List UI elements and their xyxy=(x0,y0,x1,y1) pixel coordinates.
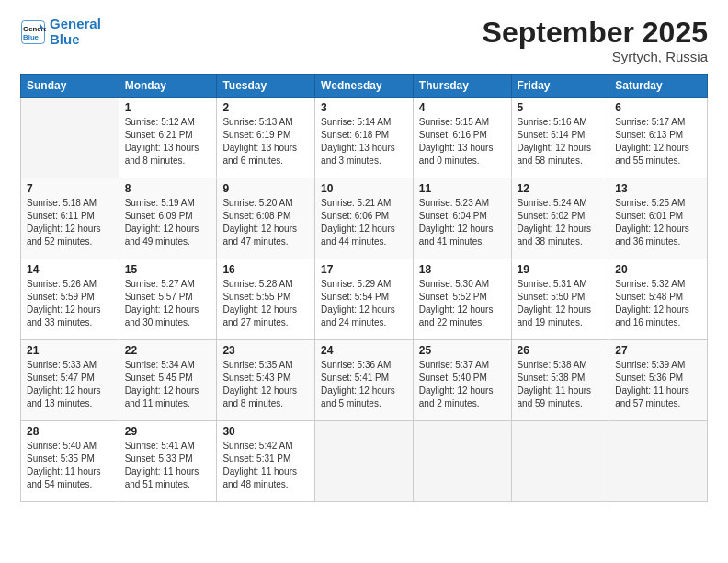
day-number: 15 xyxy=(125,263,211,276)
calendar-cell xyxy=(511,421,609,502)
calendar-cell: 26Sunrise: 5:38 AM Sunset: 5:38 PM Dayli… xyxy=(511,340,609,421)
day-number: 4 xyxy=(419,101,506,114)
calendar-cell: 5Sunrise: 5:16 AM Sunset: 6:14 PM Daylig… xyxy=(511,98,609,178)
calendar-cell: 19Sunrise: 5:31 AM Sunset: 5:50 PM Dayli… xyxy=(511,259,609,340)
day-info: Sunrise: 5:29 AM Sunset: 5:54 PM Dayligh… xyxy=(321,278,407,329)
week-row-1: 7Sunrise: 5:18 AM Sunset: 6:11 PM Daylig… xyxy=(21,178,708,259)
logo-icon: General Blue xyxy=(20,19,46,45)
logo-line1: General xyxy=(50,16,101,31)
day-number: 12 xyxy=(518,182,604,195)
day-info: Sunrise: 5:31 AM Sunset: 5:50 PM Dayligh… xyxy=(518,278,604,329)
day-number: 24 xyxy=(321,344,407,357)
calendar-cell: 27Sunrise: 5:39 AM Sunset: 5:36 PM Dayli… xyxy=(609,340,708,421)
day-info: Sunrise: 5:26 AM Sunset: 5:59 PM Dayligh… xyxy=(27,278,113,329)
day-number: 26 xyxy=(518,344,604,357)
day-info: Sunrise: 5:42 AM Sunset: 5:31 PM Dayligh… xyxy=(222,440,309,491)
day-number: 25 xyxy=(419,344,506,357)
day-info: Sunrise: 5:33 AM Sunset: 5:47 PM Dayligh… xyxy=(27,359,113,410)
svg-text:Blue: Blue xyxy=(23,32,40,40)
day-info: Sunrise: 5:28 AM Sunset: 5:55 PM Dayligh… xyxy=(222,278,309,329)
day-number: 21 xyxy=(27,344,113,357)
calendar-cell: 20Sunrise: 5:32 AM Sunset: 5:48 PM Dayli… xyxy=(609,259,708,340)
day-number: 2 xyxy=(222,101,309,114)
calendar-cell: 16Sunrise: 5:28 AM Sunset: 5:55 PM Dayli… xyxy=(217,259,315,340)
calendar-cell: 22Sunrise: 5:34 AM Sunset: 5:45 PM Dayli… xyxy=(119,340,217,421)
month-title: September 2025 xyxy=(483,17,708,49)
day-info: Sunrise: 5:23 AM Sunset: 6:04 PM Dayligh… xyxy=(419,197,506,248)
day-number: 5 xyxy=(518,101,604,114)
calendar-cell: 13Sunrise: 5:25 AM Sunset: 6:01 PM Dayli… xyxy=(609,178,708,259)
day-info: Sunrise: 5:14 AM Sunset: 6:18 PM Dayligh… xyxy=(321,116,407,167)
day-number: 18 xyxy=(419,263,506,276)
day-number: 10 xyxy=(321,182,407,195)
location: Syrtych, Russia xyxy=(483,49,708,64)
day-info: Sunrise: 5:30 AM Sunset: 5:52 PM Dayligh… xyxy=(419,278,506,329)
day-number: 27 xyxy=(615,344,701,357)
col-header-saturday: Saturday xyxy=(609,75,708,98)
day-info: Sunrise: 5:12 AM Sunset: 6:21 PM Dayligh… xyxy=(125,116,211,167)
day-number: 9 xyxy=(222,182,309,195)
day-info: Sunrise: 5:32 AM Sunset: 5:48 PM Dayligh… xyxy=(615,278,701,329)
calendar-cell: 12Sunrise: 5:24 AM Sunset: 6:02 PM Dayli… xyxy=(511,178,609,259)
day-info: Sunrise: 5:36 AM Sunset: 5:41 PM Dayligh… xyxy=(321,359,407,410)
day-number: 14 xyxy=(27,263,113,276)
day-info: Sunrise: 5:37 AM Sunset: 5:40 PM Dayligh… xyxy=(419,359,506,410)
day-number: 11 xyxy=(419,182,506,195)
day-info: Sunrise: 5:19 AM Sunset: 6:09 PM Dayligh… xyxy=(125,197,211,248)
day-number: 13 xyxy=(615,182,701,195)
day-info: Sunrise: 5:17 AM Sunset: 6:13 PM Dayligh… xyxy=(615,116,701,167)
day-info: Sunrise: 5:18 AM Sunset: 6:11 PM Dayligh… xyxy=(27,197,113,248)
col-header-tuesday: Tuesday xyxy=(217,75,315,98)
day-info: Sunrise: 5:27 AM Sunset: 5:57 PM Dayligh… xyxy=(125,278,211,329)
day-number: 23 xyxy=(222,344,309,357)
calendar-cell: 4Sunrise: 5:15 AM Sunset: 6:16 PM Daylig… xyxy=(413,98,511,178)
col-header-friday: Friday xyxy=(511,75,609,98)
day-info: Sunrise: 5:25 AM Sunset: 6:01 PM Dayligh… xyxy=(615,197,701,248)
day-number: 20 xyxy=(615,263,701,276)
col-header-sunday: Sunday xyxy=(21,75,119,98)
calendar-cell xyxy=(21,98,119,178)
calendar-cell: 1Sunrise: 5:12 AM Sunset: 6:21 PM Daylig… xyxy=(119,98,217,178)
day-info: Sunrise: 5:34 AM Sunset: 5:45 PM Dayligh… xyxy=(125,359,211,410)
calendar-cell: 28Sunrise: 5:40 AM Sunset: 5:35 PM Dayli… xyxy=(21,421,119,502)
day-info: Sunrise: 5:16 AM Sunset: 6:14 PM Dayligh… xyxy=(518,116,604,167)
day-info: Sunrise: 5:38 AM Sunset: 5:38 PM Dayligh… xyxy=(518,359,604,410)
day-number: 28 xyxy=(27,425,113,438)
calendar-cell: 23Sunrise: 5:35 AM Sunset: 5:43 PM Dayli… xyxy=(217,340,315,421)
week-row-3: 21Sunrise: 5:33 AM Sunset: 5:47 PM Dayli… xyxy=(21,340,708,421)
logo-text: General Blue xyxy=(50,17,101,47)
day-info: Sunrise: 5:13 AM Sunset: 6:19 PM Dayligh… xyxy=(222,116,309,167)
day-number: 6 xyxy=(615,101,701,114)
calendar-cell: 11Sunrise: 5:23 AM Sunset: 6:04 PM Dayli… xyxy=(413,178,511,259)
col-header-thursday: Thursday xyxy=(413,75,511,98)
day-number: 1 xyxy=(125,101,211,114)
day-info: Sunrise: 5:41 AM Sunset: 5:33 PM Dayligh… xyxy=(125,440,211,491)
calendar-cell: 8Sunrise: 5:19 AM Sunset: 6:09 PM Daylig… xyxy=(119,178,217,259)
day-number: 29 xyxy=(125,425,211,438)
calendar-table: SundayMondayTuesdayWednesdayThursdayFrid… xyxy=(20,74,708,502)
calendar-cell: 15Sunrise: 5:27 AM Sunset: 5:57 PM Dayli… xyxy=(119,259,217,340)
calendar-cell: 6Sunrise: 5:17 AM Sunset: 6:13 PM Daylig… xyxy=(609,98,708,178)
day-number: 30 xyxy=(222,425,309,438)
calendar-cell: 17Sunrise: 5:29 AM Sunset: 5:54 PM Dayli… xyxy=(315,259,414,340)
day-info: Sunrise: 5:21 AM Sunset: 6:06 PM Dayligh… xyxy=(321,197,407,248)
day-number: 19 xyxy=(518,263,604,276)
calendar-cell: 3Sunrise: 5:14 AM Sunset: 6:18 PM Daylig… xyxy=(315,98,414,178)
day-number: 7 xyxy=(27,182,113,195)
logo: General Blue General Blue xyxy=(20,17,101,47)
title-block: September 2025 Syrtych, Russia xyxy=(483,17,708,64)
calendar-cell: 14Sunrise: 5:26 AM Sunset: 5:59 PM Dayli… xyxy=(21,259,119,340)
day-info: Sunrise: 5:24 AM Sunset: 6:02 PM Dayligh… xyxy=(518,197,604,248)
day-info: Sunrise: 5:39 AM Sunset: 5:36 PM Dayligh… xyxy=(615,359,701,410)
header: General Blue General Blue September 2025… xyxy=(20,17,708,64)
week-row-0: 1Sunrise: 5:12 AM Sunset: 6:21 PM Daylig… xyxy=(21,98,708,178)
day-info: Sunrise: 5:35 AM Sunset: 5:43 PM Dayligh… xyxy=(222,359,309,410)
day-number: 22 xyxy=(125,344,211,357)
col-header-wednesday: Wednesday xyxy=(315,75,414,98)
col-header-monday: Monday xyxy=(119,75,217,98)
calendar-cell: 30Sunrise: 5:42 AM Sunset: 5:31 PM Dayli… xyxy=(217,421,315,502)
day-info: Sunrise: 5:40 AM Sunset: 5:35 PM Dayligh… xyxy=(27,440,113,491)
calendar-cell: 21Sunrise: 5:33 AM Sunset: 5:47 PM Dayli… xyxy=(21,340,119,421)
day-info: Sunrise: 5:15 AM Sunset: 6:16 PM Dayligh… xyxy=(419,116,506,167)
day-number: 17 xyxy=(321,263,407,276)
